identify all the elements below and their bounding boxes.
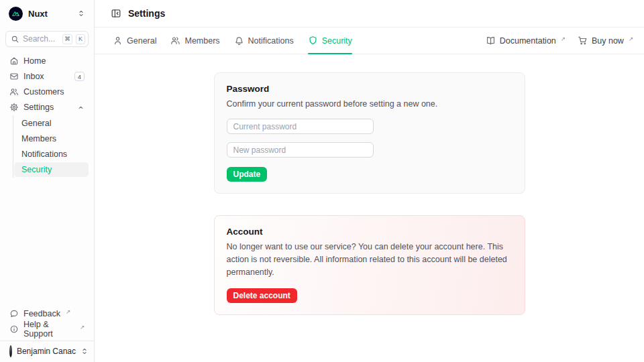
delete-account-button[interactable]: Delete account xyxy=(227,288,297,303)
tab-members[interactable]: Members xyxy=(170,27,219,54)
kbd-k: K xyxy=(76,34,85,44)
search-input[interactable]: Search... ⌘ K xyxy=(5,31,89,47)
buy-now-label: Buy now xyxy=(592,36,624,46)
sidebar: Nuxt Search... ⌘ K Home Inbox 4 xyxy=(0,0,95,362)
account-card-title: Account xyxy=(227,227,513,237)
shield-icon xyxy=(308,36,318,46)
workspace-name: Nuxt xyxy=(28,9,72,19)
account-card: Account No longer want to use our servic… xyxy=(214,215,525,315)
page-title: Settings xyxy=(128,8,165,19)
user-menu[interactable]: Benjamin Canac xyxy=(0,341,94,362)
sidebar-subitem-notifications[interactable]: Notifications xyxy=(14,147,89,162)
tab-label: Security xyxy=(322,36,352,46)
workspace-switcher[interactable]: Nuxt xyxy=(5,0,89,27)
sidebar-subitem-label: Members xyxy=(21,134,56,143)
collapse-sidebar-icon[interactable] xyxy=(111,8,121,19)
password-card-title: Password xyxy=(227,84,513,94)
sidebar-item-label: Inbox xyxy=(23,72,70,81)
sidebar-item-settings[interactable]: Settings xyxy=(5,100,89,115)
page-header: Settings xyxy=(95,0,644,27)
home-icon xyxy=(9,56,19,66)
user-icon xyxy=(113,36,123,46)
inbox-count-badge: 4 xyxy=(74,72,85,81)
sidebar-subitem-label: Security xyxy=(21,165,52,174)
sidebar-item-label: Settings xyxy=(23,103,72,112)
password-card: Password Confirm your current password b… xyxy=(214,72,525,194)
update-password-button[interactable]: Update xyxy=(227,167,268,182)
external-link-icon: ↗ xyxy=(80,324,85,330)
avatar xyxy=(9,345,12,357)
current-password-field[interactable] xyxy=(227,119,374,134)
kbd-meta: ⌘ xyxy=(62,34,72,44)
tab-general[interactable]: General xyxy=(113,27,156,54)
users-icon xyxy=(9,87,19,97)
cart-icon xyxy=(578,36,588,46)
settings-tabbar: General Members Notifications Security xyxy=(95,27,644,54)
sidebar-footer: Feedback ↗ Help & Support ↗ xyxy=(5,306,89,341)
book-open-icon xyxy=(486,36,496,46)
search-icon xyxy=(11,35,19,44)
documentation-link[interactable]: Documentation ↗ xyxy=(486,36,566,46)
inbox-icon xyxy=(9,72,19,81)
feedback-label: Feedback xyxy=(23,309,60,318)
account-card-description: No longer want to use our service? You c… xyxy=(227,241,513,279)
sidebar-subitem-general[interactable]: General xyxy=(14,116,89,131)
password-card-description: Confirm your current password before set… xyxy=(227,98,513,111)
header-actions: Documentation ↗ Buy now ↗ xyxy=(486,27,633,54)
feedback-link[interactable]: Feedback ↗ xyxy=(5,306,89,321)
sidebar-subitem-label: General xyxy=(21,119,51,128)
nuxt-logo-icon xyxy=(9,7,23,21)
settings-subtree: General Members Notifications Security xyxy=(13,115,89,178)
tab-label: Notifications xyxy=(248,36,294,46)
sidebar-item-inbox[interactable]: Inbox 4 xyxy=(5,69,89,84)
user-name: Benjamin Canac xyxy=(17,347,76,356)
sidebar-spacer xyxy=(5,178,89,306)
users-icon xyxy=(170,36,180,46)
help-support-label: Help & Support xyxy=(23,320,74,339)
chevron-up-down-icon xyxy=(80,347,89,355)
help-support-link[interactable]: Help & Support ↗ xyxy=(5,322,89,337)
tab-security[interactable]: Security xyxy=(308,27,352,54)
tab-label: Members xyxy=(184,36,219,46)
external-link-icon: ↗ xyxy=(629,36,633,42)
chevron-up-down-icon xyxy=(77,9,85,17)
sidebar-subitem-members[interactable]: Members xyxy=(14,131,89,146)
info-circle-icon xyxy=(9,324,19,334)
buy-now-link[interactable]: Buy now ↗ xyxy=(578,36,633,46)
sidebar-item-home[interactable]: Home xyxy=(5,54,89,68)
bell-icon xyxy=(234,36,244,46)
main-area: Settings General Members Notifications S… xyxy=(95,0,644,362)
external-link-icon: ↗ xyxy=(561,36,566,42)
documentation-label: Documentation xyxy=(500,36,556,46)
settings-security-content: Password Confirm your current password b… xyxy=(95,54,644,362)
sidebar-item-customers[interactable]: Customers xyxy=(5,84,89,99)
sidebar-subitem-security[interactable]: Security xyxy=(14,162,89,177)
chat-bubble-icon xyxy=(9,309,19,318)
new-password-field[interactable] xyxy=(227,142,374,158)
tab-notifications[interactable]: Notifications xyxy=(234,27,294,54)
external-link-icon: ↗ xyxy=(66,308,70,315)
sidebar-subitem-label: Notifications xyxy=(21,149,67,159)
gear-icon xyxy=(9,103,19,112)
chevron-up-icon xyxy=(77,104,85,111)
sidebar-item-label: Home xyxy=(23,56,85,66)
sidebar-nav: Home Inbox 4 Customers Settings xyxy=(5,54,89,178)
sidebar-item-label: Customers xyxy=(23,87,85,97)
tab-label: General xyxy=(127,36,156,46)
search-placeholder: Search... xyxy=(23,34,59,44)
